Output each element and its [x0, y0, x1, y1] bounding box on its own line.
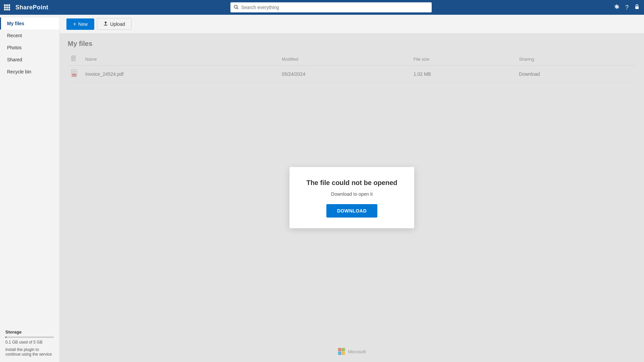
topbar: SharePoint ? — [0, 0, 644, 15]
toolbar: + New Upload — [60, 15, 644, 33]
search-bar[interactable] — [230, 2, 432, 12]
upload-button[interactable]: Upload — [97, 18, 131, 30]
app-logo: SharePoint — [15, 4, 48, 11]
help-icon[interactable]: ? — [625, 4, 629, 11]
sidebar-item-recycle-bin[interactable]: Recycle bin — [0, 66, 59, 78]
svg-point-9 — [234, 5, 237, 8]
grid-icon[interactable] — [4, 4, 10, 10]
storage-bar-background — [5, 337, 54, 338]
svg-rect-4 — [6, 7, 8, 8]
topbar-actions: ? — [614, 4, 640, 11]
storage-section: Storage 0.1 GB used of 5 GB Install the … — [0, 324, 59, 362]
main-content: + New Upload My files — [60, 15, 644, 362]
svg-rect-6 — [4, 9, 6, 10]
upload-icon — [103, 21, 108, 27]
search-input[interactable] — [241, 5, 428, 10]
sidebar-item-shared[interactable]: Shared — [0, 54, 59, 66]
new-button[interactable]: + New — [66, 18, 94, 30]
plus-icon: + — [73, 21, 76, 27]
storage-bar-fill — [5, 337, 6, 338]
sidebar-item-photos[interactable]: Photos — [0, 42, 59, 54]
svg-rect-3 — [4, 7, 6, 8]
error-modal: The file could not be opened Download to… — [289, 167, 414, 228]
svg-rect-5 — [8, 7, 10, 8]
new-button-label: New — [78, 21, 88, 27]
sidebar: My files Recent Photos Shared Recycle bi… — [0, 15, 60, 362]
settings-icon[interactable] — [614, 4, 620, 11]
download-button[interactable]: DOWNLOAD — [326, 204, 377, 218]
svg-rect-0 — [4, 4, 6, 6]
storage-label: Storage — [5, 329, 54, 335]
storage-info: 0.1 GB used of 5 GB — [5, 340, 54, 345]
modal-title: The file could not be opened — [306, 179, 397, 187]
modal-subtitle: Download to open it — [306, 191, 397, 197]
svg-line-10 — [237, 8, 238, 9]
modal-overlay: The file could not be opened Download to… — [60, 33, 644, 362]
svg-rect-8 — [8, 9, 10, 10]
main-layout: My files Recent Photos Shared Recycle bi… — [0, 15, 644, 362]
sidebar-item-recent[interactable]: Recent — [0, 29, 59, 42]
svg-rect-1 — [6, 4, 8, 6]
svg-rect-2 — [8, 4, 10, 6]
content-area: My files Name Modified — [60, 33, 644, 362]
svg-rect-7 — [6, 9, 8, 10]
svg-rect-11 — [635, 6, 639, 9]
upload-button-label: Upload — [110, 21, 125, 27]
search-icon — [234, 5, 238, 10]
sidebar-item-my-files[interactable]: My files — [0, 17, 59, 29]
storage-install-text: Install the plugin to continue using the… — [5, 347, 54, 357]
lock-icon[interactable] — [634, 4, 640, 11]
